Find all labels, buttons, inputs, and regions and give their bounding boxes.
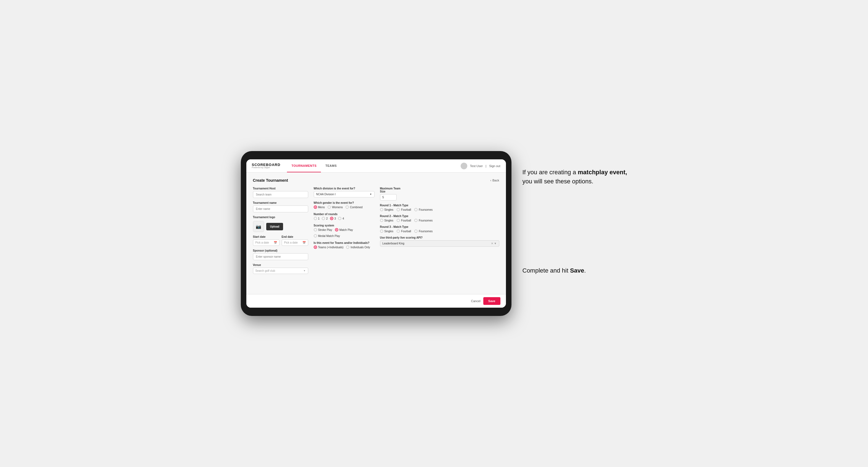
sponsor-input[interactable]	[253, 253, 308, 260]
division-label: Which division is the event for?	[314, 187, 374, 190]
radio-teams-icon	[314, 246, 317, 249]
calendar-icon: 📅	[274, 241, 277, 244]
gender-combined-label: Combined	[350, 206, 363, 209]
max-team-input[interactable]	[380, 194, 397, 200]
name-label: Tournament name	[253, 201, 308, 205]
radio-r1-fourball-icon	[397, 208, 400, 211]
gender-womens-label: Womens	[332, 206, 343, 209]
annotation-bottom-before: Complete and hit	[523, 267, 570, 274]
rounds-options: 1 2 3	[314, 217, 374, 220]
round2-singles[interactable]: Singles	[380, 219, 394, 222]
scoring-match[interactable]: Match Play	[335, 228, 353, 231]
scoring-field-group: Scoring system Stroke Play Match Play	[314, 224, 374, 238]
round1-label: Round 1 - Match Type	[380, 204, 499, 207]
gender-mens-label: Mens	[318, 206, 325, 209]
scoring-label: Scoring system	[314, 224, 374, 227]
brand-logo: SCOREBOARD Powered by clippit	[252, 163, 281, 169]
tab-teams[interactable]: TEAMS	[321, 159, 341, 172]
division-chevron-icon: ▼	[370, 193, 372, 195]
api-remove-icon[interactable]: ✕ ▼	[491, 242, 497, 245]
radio-round3-icon	[330, 217, 333, 220]
upload-button[interactable]: Upload	[266, 223, 283, 230]
gender-mens[interactable]: Mens	[314, 206, 325, 209]
brand-subtitle: Powered by clippit	[252, 166, 281, 169]
scoring-medal-label: Medal Match Play	[318, 235, 340, 238]
save-button[interactable]: Save	[483, 297, 500, 305]
round1-fourball[interactable]: Fourball	[397, 208, 411, 211]
radio-mens-icon	[314, 206, 317, 209]
end-date-input[interactable]: Pick a date 📅	[282, 240, 308, 246]
teams-teams[interactable]: Teams (+Individuals)	[314, 246, 344, 249]
api-field-group: Use third-party live scoring API? Leader…	[380, 236, 499, 247]
round1-foursomes[interactable]: Foursomes	[414, 208, 432, 211]
radio-r3-fourball-icon	[397, 229, 400, 233]
venue-label: Venue	[253, 263, 308, 267]
round-1[interactable]: 1	[314, 217, 320, 220]
radio-r3-singles-icon	[380, 229, 383, 233]
annotation-top-before: If you are creating a	[523, 169, 578, 176]
nav-right: Test User | Sign out	[461, 163, 500, 169]
radio-medal-icon	[314, 234, 317, 238]
round3-singles[interactable]: Singles	[380, 229, 394, 233]
end-date-label: End date	[282, 235, 308, 238]
teams-options: Teams (+Individuals) Individuals Only	[314, 246, 374, 249]
radio-r1-foursomes-icon	[414, 208, 417, 211]
max-team-label: Maximum Team Size	[380, 187, 402, 193]
round-3[interactable]: 3	[330, 217, 336, 220]
cancel-button[interactable]: Cancel	[471, 299, 480, 303]
gender-womens[interactable]: Womens	[328, 206, 343, 209]
gender-combined[interactable]: Combined	[345, 206, 363, 209]
start-date-input[interactable]: Pick a date 📅	[253, 240, 279, 246]
start-date-label: Start date	[253, 235, 279, 238]
host-input[interactable]	[253, 191, 308, 198]
tab-tournaments[interactable]: TOURNAMENTS	[287, 159, 321, 172]
avatar	[461, 163, 467, 169]
page-wrapper: SCOREBOARD Powered by clippit TOURNAMENT…	[241, 151, 627, 316]
logo-label: Tournament logo	[253, 216, 308, 219]
signout-link[interactable]: Sign out	[489, 164, 500, 168]
scoring-stroke[interactable]: Stroke Play	[314, 228, 332, 231]
date-row: Start date Pick a date 📅 End date Pick a…	[253, 235, 308, 246]
radio-round1-icon	[314, 217, 317, 220]
radio-r2-singles-icon	[380, 219, 383, 222]
dropdown-icon: ▼	[304, 270, 306, 272]
scoring-medal[interactable]: Medal Match Play	[314, 234, 340, 238]
annotation-bottom: Complete and hit Save.	[523, 266, 627, 275]
back-link[interactable]: ‹ Back	[490, 179, 499, 182]
round1-singles[interactable]: Singles	[380, 208, 394, 211]
round-2[interactable]: 2	[322, 217, 328, 220]
gender-options: Mens Womens Combined	[314, 206, 374, 209]
api-tag[interactable]: Leaderboard King ✕ ▼	[380, 240, 499, 247]
calendar-icon-2: 📅	[302, 241, 306, 244]
radio-r2-fourball-icon	[397, 219, 400, 222]
teams-individuals[interactable]: Individuals Only	[346, 246, 370, 249]
gender-label: Which gender is the event for?	[314, 201, 374, 205]
radio-r1-singles-icon	[380, 208, 383, 211]
mid-column: Which division is the event for? NCAA Di…	[314, 187, 374, 274]
round-4[interactable]: 4	[338, 217, 344, 220]
max-team-field-group: Maximum Team Size	[380, 187, 402, 200]
rounds-field-group: Number of rounds 1 2	[314, 213, 374, 220]
name-input[interactable]	[253, 206, 308, 212]
individuals-label-text: Individuals Only	[350, 246, 370, 249]
round1-options: Singles Fourball Foursomes	[380, 208, 499, 211]
radio-match-icon	[335, 228, 338, 231]
radio-combined-icon	[345, 206, 349, 209]
back-chevron-icon: ‹	[490, 179, 491, 182]
footer-bar: Cancel Save	[246, 294, 506, 308]
nav-bar: SCOREBOARD Powered by clippit TOURNAMENT…	[246, 159, 506, 173]
division-select[interactable]: NCAA Division I ▼	[314, 191, 374, 197]
annotation-top-bold: matchplay event,	[578, 169, 627, 176]
scoring-options: Stroke Play Match Play Medal Match Play	[314, 228, 374, 238]
host-label: Tournament Host	[253, 187, 308, 190]
round2-fourball[interactable]: Fourball	[397, 219, 411, 222]
annotation-top: If you are creating a matchplay event, y…	[523, 168, 627, 186]
teams-field-group: Is this event for Teams and/or Individua…	[314, 241, 374, 249]
round2-foursomes[interactable]: Foursomes	[414, 219, 432, 222]
round3-foursomes[interactable]: Foursomes	[414, 229, 432, 233]
venue-input[interactable]: Search golf club ▼	[253, 268, 308, 274]
round2-match-type: Round 2 - Match Type Singles Fourball	[380, 215, 499, 222]
round3-fourball[interactable]: Fourball	[397, 229, 411, 233]
radio-individuals-icon	[346, 246, 349, 249]
right-column: Maximum Team Size Round 1 - Match Type S…	[380, 187, 499, 274]
